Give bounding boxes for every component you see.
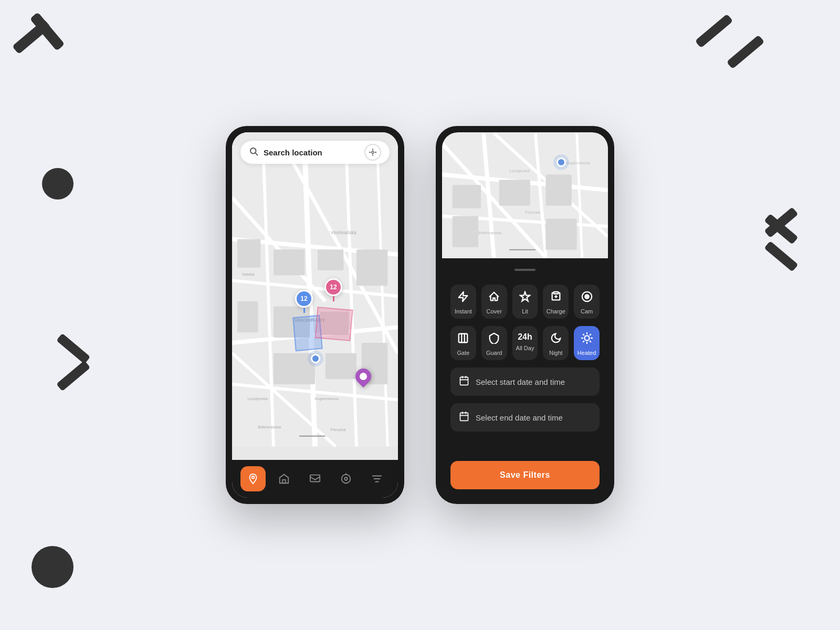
pin-pink-label: 12 [324,278,342,296]
gate-icon [457,332,469,346]
svg-line-32 [255,153,257,155]
search-icon [249,146,258,159]
svg-text:Koperníkova: Koperníkova [566,161,590,165]
search-text: Search location [264,148,322,157]
current-location-dot [311,354,320,363]
cover-icon [488,291,500,305]
filter-gate-label: Gate [457,350,469,356]
svg-rect-66 [553,292,558,294]
filter-cam-label: Cam [581,308,593,314]
locate-button[interactable] [364,144,381,161]
end-date-icon [459,411,469,424]
filter-map-area: Londýnská Koperníkova Perucká Bělehradsk… [442,132,608,258]
svg-rect-19 [274,353,315,384]
filter-heated[interactable]: Heated [574,326,600,360]
end-date-input[interactable]: Select end date and time [450,403,600,432]
heated-icon [581,332,593,346]
svg-rect-17 [237,239,260,267]
filter-cover-label: Cover [487,308,502,314]
instant-icon [457,291,469,305]
svg-text:Londýnská: Londýnská [248,396,268,401]
search-bar[interactable]: Search location [240,141,390,164]
start-date-input[interactable]: Select start date and time [450,368,600,396]
nav-home[interactable] [271,466,297,491]
deco-top-right-1 [695,14,733,48]
filter-location-dot [556,158,566,167]
svg-text:Italská: Italská [243,272,255,277]
filter-guard[interactable]: Guard [481,326,507,360]
filter-cover[interactable]: Cover [481,285,507,319]
phone-filters: Londýnská Koperníkova Perucká Bělehradsk… [436,126,614,504]
save-filters-button[interactable]: Save Filters [450,461,600,489]
start-date-text: Select start date and time [476,377,565,386]
svg-point-70 [586,296,587,298]
svg-rect-20 [326,353,356,379]
svg-rect-55 [499,180,530,205]
pin-blue-tail [303,308,305,313]
start-date-icon [459,375,469,388]
filter-lit-label: Lit [522,308,528,314]
svg-rect-59 [546,218,577,249]
deco-zigzag [751,210,788,255]
svg-point-74 [584,335,589,340]
filter-charge-label: Charge [547,308,565,314]
svg-text:Londýnská: Londýnská [509,169,530,173]
svg-rect-12 [274,249,304,275]
svg-text:Perucká: Perucká [525,210,541,215]
filter-panel: Instant Cover [442,258,608,498]
svg-rect-18 [237,301,258,332]
filter-allday-label: All Day [516,345,534,351]
svg-marker-65 [459,292,468,301]
night-icon [550,332,562,346]
svg-rect-87 [460,413,468,421]
filter-cam[interactable]: Cam [574,285,600,319]
svg-rect-56 [546,175,572,206]
svg-rect-16 [356,249,387,286]
pin-pink-tail [333,296,334,301]
map-svg: Vinohradská Italská VINOHRADY Koperníkov… [232,132,398,460]
svg-rect-83 [460,377,468,385]
filter-charge[interactable]: Charge [543,285,569,319]
svg-line-77 [583,334,583,335]
svg-text:Vinohradská: Vinohradská [331,230,356,235]
nav-map[interactable] [240,466,266,491]
filter-heated-label: Heated [578,350,596,356]
filter-grid-row2: Gate Guard 24h All Day [450,326,600,360]
nav-messages[interactable] [302,466,328,491]
pin-blue-label: 12 [295,290,313,308]
pin-blue[interactable]: 12 [295,290,313,313]
end-date-text: Select end date and time [476,413,563,422]
filter-night[interactable]: Night [543,326,569,360]
filter-instant[interactable]: Instant [450,285,476,319]
svg-point-42 [344,477,348,480]
svg-point-38 [251,476,254,479]
svg-rect-39 [282,480,286,483]
nav-filters[interactable] [364,466,390,491]
allday-icon: 24h [518,332,532,342]
svg-rect-58 [453,216,478,247]
deco-chevron-left [63,346,100,378]
nav-sync[interactable] [333,466,359,491]
deco-top-right-2 [727,35,765,69]
filter-lit[interactable]: Lit [512,285,538,319]
svg-point-33 [372,151,374,153]
drag-handle[interactable] [514,269,536,271]
parking-area-pink [315,307,353,341]
filter-instant-label: Instant [455,308,472,314]
svg-line-81 [583,341,583,342]
filter-night-label: Night [549,350,563,356]
deco-circle-2 [32,546,74,588]
svg-rect-71 [459,334,468,343]
svg-rect-57 [453,185,481,208]
deco-circle-1 [42,168,74,200]
svg-rect-40 [310,475,320,482]
pin-pink[interactable]: 12 [324,278,342,301]
filter-gate[interactable]: Gate [450,326,476,360]
lit-icon [519,291,531,305]
filter-allday[interactable]: 24h All Day [512,326,538,360]
filter-guard-label: Guard [486,350,502,356]
phone-map: Vinohradská Italská VINOHRADY Koperníkov… [226,126,404,504]
map-view: Vinohradská Italská VINOHRADY Koperníkov… [232,132,398,460]
bottom-nav [232,460,398,498]
svg-text:Perucká: Perucká [331,427,346,432]
